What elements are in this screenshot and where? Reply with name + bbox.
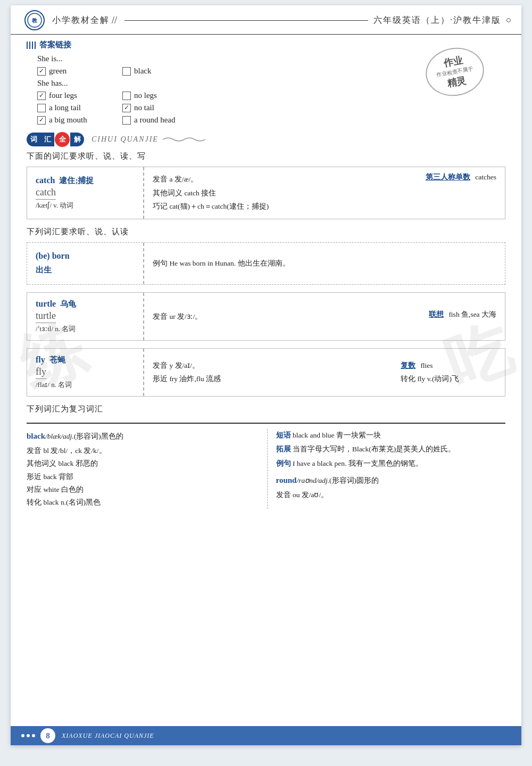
- header-slash: //: [112, 15, 117, 26]
- catch-cursive: catch: [36, 187, 56, 200]
- footer-dot-1: [21, 734, 24, 737]
- she-is-label: She is...: [37, 54, 63, 63]
- phrase-label: 短语: [276, 431, 291, 439]
- expand-value: 当首字母大写时，Black(布莱克)是英美人的姓氏。: [293, 445, 455, 453]
- catch-note2: 其他词义 catch 接住: [153, 186, 411, 200]
- catch-note1: 发音 a 发/æ/。: [153, 172, 411, 186]
- green-label: green: [49, 67, 66, 76]
- turtle-phonetic: /ˈtɜːtl/ n. 名词: [36, 324, 76, 334]
- round-head-label: a round head: [134, 116, 175, 125]
- black-col: black: [122, 67, 218, 76]
- no-legs-label: no legs: [134, 91, 157, 100]
- footer-dot-3: [32, 734, 35, 737]
- answer-link-icon: [27, 42, 36, 49]
- catch-note3: 巧记 cat(猫)＋ch＝catch(逮住；捕捉): [153, 200, 411, 213]
- fly-plural-label: 复数: [401, 361, 415, 369]
- black-note2: 其他词义 black 邪恶的: [27, 457, 256, 470]
- born-example: 例句 He was born in Hunan. 他出生在湖南。: [153, 259, 290, 268]
- turtle-meaning: 乌龟: [60, 299, 76, 309]
- long-tail-checkbox: [37, 104, 46, 112]
- footer-dots: [21, 734, 35, 737]
- no-legs-checkbox: [122, 92, 131, 100]
- turtle-card-right: 发音 ur 发/ɜː/。 联想 fish 鱼,sea 大海: [144, 293, 505, 340]
- badge-hui: 汇: [40, 133, 54, 146]
- badge-ci: 词: [27, 133, 40, 146]
- black-section: black/blæk/adj.(形容词)黑色的 发音 bl 发/bl/，ck 发…: [27, 423, 505, 514]
- round-cn: (形容词)圆形的: [329, 476, 379, 484]
- stamp-circle: 作业 作业检查不属于 精灵: [422, 43, 488, 101]
- no-tail-checkbox: ✓: [122, 104, 131, 112]
- catch-card-left: catch 逮住;捕捉 catch /kætʃ/ v. 动词: [27, 167, 144, 219]
- long-tail-label: a long tail: [49, 103, 81, 112]
- content: 答案链接 She is... ✓ green black: [11, 35, 521, 525]
- born-word: (be) born: [36, 251, 70, 261]
- catch-third-value: catches: [475, 173, 496, 181]
- header-title-right: 六年级英语（上）·沪教牛津版: [373, 15, 501, 26]
- born-card-left: (be) born 出生: [27, 243, 144, 284]
- badge-quan: 全: [55, 132, 70, 147]
- round-head-col: a round head: [122, 116, 218, 125]
- catch-card: catch 逮住;捕捉 catch /kætʃ/ v. 动词 发音 a 发/æ/…: [27, 167, 505, 219]
- fly-phonetic: /flaɪ/ n. 名词: [36, 380, 72, 390]
- long-tail-no-tail-row: a long tail ✓ no tail: [37, 103, 505, 112]
- badge-jie: 解: [70, 133, 84, 146]
- example-value: I have a black pen. 我有一支黑色的钢笔。: [293, 459, 423, 467]
- long-tail-col: a long tail: [37, 103, 122, 112]
- big-mouth-col: ✓ a big mouth: [37, 116, 122, 125]
- turtle-card-left: turtle 乌龟 turtle /ˈtɜːtl/ n. 名词: [27, 293, 144, 340]
- black-phonetic: /blæk/: [45, 432, 63, 440]
- turtle-card: turtle 乌龟 turtle /ˈtɜːtl/ n. 名词 发音 ur 发/…: [27, 292, 505, 341]
- page-footer: 8 XIAOXUE JIAOCAI QUANJIE: [11, 726, 521, 745]
- born-card: (be) born 出生 例句 He was born in Hunan. 他出…: [27, 242, 505, 285]
- subtitle-review: 下列词汇为复习词汇: [27, 404, 505, 414]
- black-note3: 形近 back 背部: [27, 471, 256, 483]
- big-mouth-checkbox: ✓: [37, 116, 46, 125]
- subtitle-listen-read: 下列词汇要求听、说、认读: [27, 227, 505, 237]
- four-legs-label: four legs: [49, 91, 77, 100]
- stamp-bot: 精灵: [446, 74, 467, 90]
- answer-link-label: 答案链接: [39, 40, 71, 50]
- four-legs-col: ✓ four legs: [37, 91, 122, 100]
- page: 教 小学教材全解 // 六年级英语（上）·沪教牛津版 答案链接 She is..…: [11, 5, 521, 745]
- fly-cursive: fly: [36, 366, 46, 379]
- big-mouth-round-head-row: ✓ a big mouth a round head: [37, 116, 505, 125]
- black-note4: 对应 white 白色的: [27, 483, 256, 496]
- fly-card-right: 发音 y 发/aɪ/。 形近 fry 油炸,flu 流感 复数 flies 转化…: [144, 349, 505, 396]
- catch-phonetic: /kætʃ/ v. 动词: [36, 201, 73, 210]
- footer-text: XIAOXUE JIAOCAI QUANJIE: [62, 732, 154, 740]
- round-head-checkbox: [122, 116, 131, 125]
- born-meaning: 出生: [36, 265, 52, 275]
- vocab-header: 词 汇 全 解 CIHUI QUANJIE: [27, 132, 505, 147]
- fly-note1: 发音 y 发/aɪ/。: [153, 359, 401, 373]
- footer-dot-2: [27, 734, 30, 737]
- fly-word: fly: [36, 355, 45, 365]
- green-col: ✓ green: [37, 67, 122, 76]
- round-pos: adj.: [318, 476, 329, 484]
- black-note1: 发音 bl 发/bl/，ck 发/k/。: [27, 444, 256, 457]
- black-left-col: black/blæk/adj.(形容词)黑色的 发音 bl 发/bl/，ck 发…: [27, 429, 256, 509]
- black-word: black: [27, 432, 45, 440]
- fly-note2: 形近 fry 油炸,flu 流感: [153, 372, 401, 386]
- svg-text:教: 教: [31, 18, 38, 23]
- fly-card: fly 苍蝇 fly /flaɪ/ n. 名词 发音 y 发/aɪ/。 形近 f…: [27, 348, 505, 397]
- turtle-note1: 发音 ur 发/ɜː/。: [153, 310, 390, 324]
- catch-third-label: 第三人称单数: [426, 173, 470, 181]
- black-label: black: [134, 67, 151, 76]
- catch-card-right: 发音 a 发/æ/。 其他词义 catch 接住 巧记 cat(猫)＋ch＝ca…: [144, 167, 505, 219]
- catch-word: catch: [36, 176, 55, 185]
- no-tail-col: ✓ no tail: [122, 103, 218, 112]
- turtle-cursive: turtle: [36, 310, 56, 323]
- expand-label: 拓展: [276, 445, 291, 453]
- black-pos: adj.: [63, 432, 74, 440]
- round-note: 发音 ou 发/aʊ/。: [276, 489, 506, 501]
- black-note5: 转化 black n.(名词)黑色: [27, 496, 256, 509]
- example-label: 例句: [276, 459, 291, 467]
- fly-plural-value: flies: [420, 361, 433, 369]
- black-section-content: black/blæk/adj.(形容词)黑色的 发音 bl 发/bl/，ck 发…: [27, 429, 505, 509]
- turtle-assoc-label: 联想: [429, 310, 444, 318]
- header-line: [124, 20, 368, 21]
- phrase-value: black and blue 青一块紫一块: [293, 431, 381, 439]
- stamp: 作业 作业检查不属于 精灵: [426, 48, 489, 101]
- turtle-assoc-value: fish 鱼,sea 大海: [448, 310, 496, 318]
- black-cn: (形容词)黑色的: [74, 432, 123, 440]
